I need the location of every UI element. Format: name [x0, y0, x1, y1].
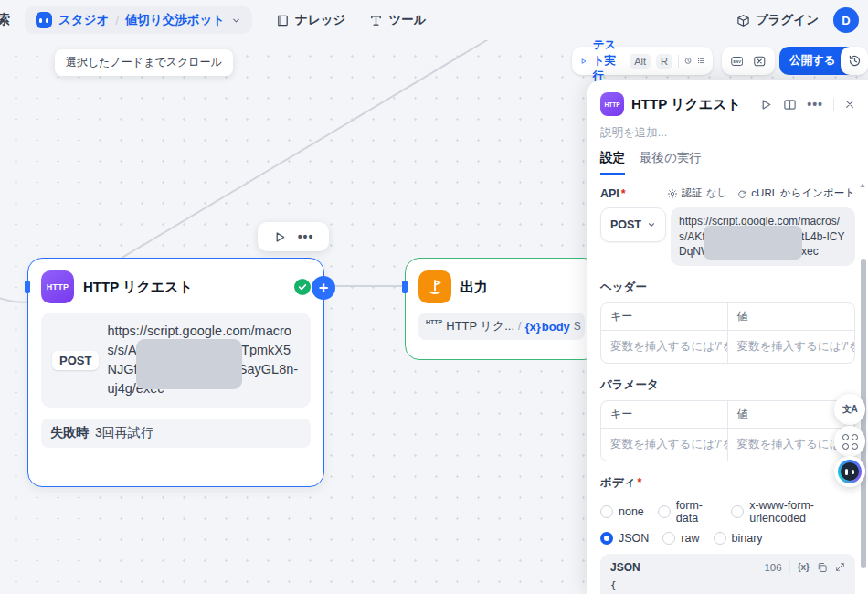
- node-play-icon[interactable]: [273, 230, 287, 244]
- run-toolbar: テスト実行 Alt R: [572, 47, 713, 75]
- panel-title: HTTP リクエスト: [631, 96, 752, 113]
- env-variables-icon[interactable]: ENV: [731, 55, 743, 68]
- apps-grid-icon: [842, 434, 858, 450]
- top-navigation: 索 スタジオ / 値切り交渉ボット ナレッジ ツール プラグイン D: [0, 0, 868, 40]
- redaction-overlay: [136, 339, 242, 389]
- editor-lang-label: JSON: [610, 561, 764, 574]
- variables-toolbar: ENV: [722, 47, 775, 75]
- description-input[interactable]: 説明を追加...: [587, 116, 868, 146]
- nav-knowledge[interactable]: ナレッジ: [276, 12, 345, 28]
- params-table: キー 値 変数を挿入するには'/'を... 変数を挿入するには'/'を...: [600, 400, 855, 461]
- copy-icon[interactable]: [817, 562, 828, 573]
- nav-tools[interactable]: ツール: [369, 12, 426, 28]
- output-node-input-handle[interactable]: [402, 281, 408, 293]
- test-run-button[interactable]: テスト実行: [593, 37, 625, 84]
- explore-nav-partial[interactable]: 索: [0, 12, 12, 28]
- book-icon: [276, 14, 290, 27]
- api-label: API*: [600, 187, 626, 200]
- studio-nav-label[interactable]: スタジオ: [58, 12, 109, 28]
- tab-settings[interactable]: 設定: [600, 150, 625, 175]
- radio-form-data[interactable]: form-data: [658, 499, 717, 525]
- json-body-editor[interactable]: JSON 106 {x} { "to_email": "yasu007003: [600, 554, 855, 594]
- assistant-mascot-icon: [838, 460, 862, 483]
- history-restore-icon: [848, 54, 862, 68]
- headers-table: キー 値 変数を挿入するには'/'を... 変数を挿入するには'/'を...: [600, 302, 855, 364]
- editor-divider: [789, 561, 790, 574]
- version-history-button[interactable]: [841, 47, 868, 75]
- gear-icon: [667, 188, 678, 199]
- chevron-down-icon: [647, 220, 656, 229]
- http-node-input-handle[interactable]: [25, 281, 30, 293]
- auth-setting[interactable]: 認証 なし: [667, 186, 728, 200]
- tab-last-run[interactable]: 最後の実行: [640, 150, 702, 175]
- radio-x-www-form-urlencoded[interactable]: x-www-form-urlencoded: [731, 499, 855, 525]
- app-switcher-pill[interactable]: スタジオ / 値切り交渉ボット: [25, 6, 252, 34]
- http-node-title: HTTP リクエスト: [83, 279, 285, 296]
- close-icon[interactable]: [844, 99, 855, 110]
- split-view-icon[interactable]: [783, 98, 797, 111]
- success-check-icon: [294, 279, 311, 295]
- http-method-badge: POST: [52, 351, 99, 370]
- svg-text:ENV: ENV: [734, 59, 742, 64]
- headers-value-input[interactable]: 変数を挿入するには'/'を...: [728, 331, 855, 363]
- curl-import-icon: [736, 188, 747, 199]
- panel-http-icon: HTTP: [600, 92, 624, 116]
- add-next-node-button[interactable]: +: [312, 276, 335, 300]
- params-key-input[interactable]: 変数を挿入するには'/'を...: [601, 429, 728, 461]
- checklist-icon[interactable]: [697, 54, 704, 68]
- json-code[interactable]: { "to_email": "yasu007003@gmail.com", "s…: [610, 578, 845, 594]
- node-config-panel: HTTP HTTP リクエスト ••• 説明を追加... 設定 最後の実行 AP…: [587, 80, 868, 594]
- http-node-url-summary: POST https://script.google.com/macros/s/…: [41, 313, 311, 408]
- scrollbar-up-arrow[interactable]: ▲: [859, 181, 866, 189]
- method-select[interactable]: POST: [600, 207, 666, 242]
- plugin-box-icon: [736, 14, 750, 27]
- user-avatar[interactable]: D: [833, 7, 859, 33]
- hammer-icon: [369, 14, 383, 27]
- headers-col-key: キー: [601, 303, 728, 330]
- output-node-icon: [418, 270, 451, 303]
- headers-key-input[interactable]: 変数を挿入するには'/'を...: [601, 331, 728, 363]
- insert-variable-icon[interactable]: {x}: [798, 562, 810, 572]
- params-col-key: キー: [601, 401, 728, 428]
- translate-button[interactable]: 文A: [834, 394, 865, 425]
- retry-on-failure-bar: 失敗時 3回再試行: [41, 419, 311, 448]
- panel-divider: [833, 98, 834, 111]
- kbd-r: R: [656, 54, 672, 69]
- run-history-icon[interactable]: [684, 54, 692, 68]
- headers-col-value: 値: [728, 303, 855, 330]
- variable-x-icon[interactable]: [754, 55, 766, 68]
- output-node[interactable]: 出力 HTTP HTTP リク... / {x}body S: [405, 258, 598, 360]
- translate-icon: 文A: [842, 403, 857, 416]
- apps-grid-button[interactable]: [834, 426, 865, 457]
- node-toolbar: •••: [258, 222, 329, 251]
- chevron-down-icon: [231, 16, 241, 26]
- radio-none[interactable]: none: [600, 499, 644, 525]
- panel-more-icon[interactable]: •••: [807, 101, 823, 108]
- headers-label: ヘッダー: [600, 280, 855, 295]
- kbd-alt: Alt: [630, 54, 651, 69]
- params-label: パラメータ: [600, 377, 855, 393]
- api-url-input[interactable]: https://script.google.com/macros/s/AKfyl…: [671, 207, 855, 266]
- curl-import-button[interactable]: cURL からインポート: [736, 186, 855, 200]
- panel-run-icon[interactable]: [759, 98, 773, 111]
- app-name[interactable]: 値切り交渉ボット: [125, 12, 225, 28]
- toolbar-divider: [678, 55, 679, 68]
- expand-icon[interactable]: [835, 562, 845, 572]
- http-node-icon: HTTP: [41, 270, 74, 303]
- output-node-title: 出力: [460, 279, 585, 296]
- node-more-icon[interactable]: •••: [298, 233, 314, 240]
- radio-binary[interactable]: binary: [714, 532, 763, 545]
- redaction-overlay: [704, 226, 802, 260]
- assistant-button[interactable]: [834, 456, 865, 487]
- radio-raw[interactable]: raw: [662, 532, 699, 545]
- radio-json[interactable]: JSON: [600, 532, 649, 545]
- scroll-to-node-tooltip: 選択したノードまでスクロール: [55, 49, 233, 76]
- body-label: ボディ*: [600, 475, 855, 491]
- http-request-node[interactable]: HTTP HTTP リクエスト + POST https://script.go…: [27, 258, 324, 487]
- output-variable-reference: HTTP HTTP リク... / {x}body S: [418, 313, 585, 340]
- breadcrumb-separator: /: [115, 14, 119, 27]
- char-count: 106: [764, 562, 781, 573]
- studio-robot-icon: [36, 12, 52, 28]
- nav-plugins[interactable]: プラグイン: [736, 12, 819, 28]
- test-run-play-icon[interactable]: [580, 55, 587, 68]
